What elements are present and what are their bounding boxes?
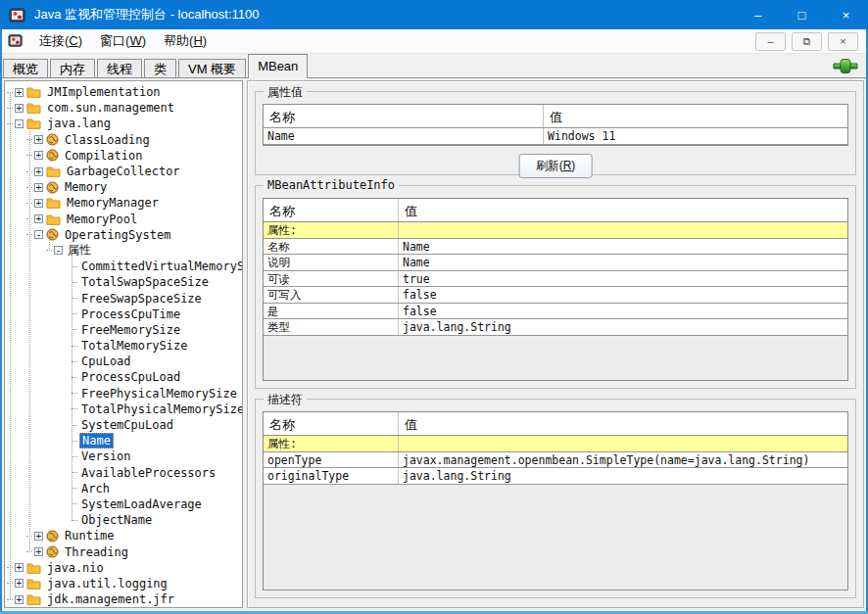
tree-expander-collapsed[interactable]: + (34, 532, 43, 541)
tree-expander-collapsed[interactable]: + (15, 88, 24, 97)
tree-connector (72, 313, 77, 314)
tree-item[interactable]: +Threading (5, 543, 242, 559)
tree-connector (72, 329, 77, 330)
column-header-value[interactable]: 值 (399, 199, 847, 221)
tree-item[interactable]: +MemoryPool (5, 212, 242, 227)
table-header-row: 名称值 (264, 105, 847, 128)
tree-expander-expanded[interactable]: - (34, 230, 43, 239)
tree-expander-collapsed[interactable]: + (34, 547, 43, 556)
descriptor-group: 描述符 名称值属性:openTypejavax.management.openm… (255, 399, 856, 598)
table-row[interactable]: 是false (264, 304, 847, 320)
tree-item[interactable]: -OperatingSystem (5, 227, 242, 243)
maximize-button[interactable]: □ (780, 0, 824, 29)
minimize-button[interactable]: – (736, 0, 780, 29)
folder-icon (46, 165, 61, 177)
tab-内存[interactable]: 内存 (50, 59, 95, 78)
frame-minimize-button[interactable]: – (755, 32, 786, 51)
tree-item[interactable]: CpuLoad (5, 354, 242, 369)
tree-item-label: com.sun.management (45, 101, 176, 115)
tree-expander-collapsed[interactable]: + (15, 563, 24, 572)
column-header-value[interactable]: 值 (399, 412, 847, 435)
tree-expander-collapsed[interactable]: + (15, 595, 24, 604)
tree-expander-collapsed[interactable]: + (15, 579, 24, 588)
close-button[interactable]: × (824, 0, 868, 29)
group-title-mbean-attribute-info: MBeanAttributeInfo (264, 178, 399, 192)
tree-expander-collapsed[interactable]: + (34, 214, 43, 223)
tree-item[interactable]: +com.sun.management (5, 100, 242, 116)
tree-item[interactable]: FreeSwapSpaceSize (5, 290, 242, 306)
table-row[interactable]: 属性: (264, 222, 847, 239)
tree-connector (26, 187, 32, 188)
tree-expander-collapsed[interactable]: + (15, 104, 24, 113)
tab-mbean[interactable]: MBean (248, 54, 308, 78)
tree-item[interactable]: +java.util.logging (5, 576, 242, 591)
table-row[interactable]: NameWindows 11 (264, 128, 847, 145)
table-row[interactable]: openTypejavax.management.openmbean.Simpl… (264, 452, 847, 469)
frame-close-button[interactable]: × (828, 32, 858, 51)
tree-expander-collapsed[interactable]: + (34, 167, 43, 176)
menu-item-connection[interactable]: 连接(C) (30, 30, 91, 52)
column-header-value[interactable]: 值 (544, 105, 847, 127)
tree-item[interactable]: +MemoryManager (5, 195, 242, 211)
tree-expander-collapsed[interactable]: + (34, 135, 43, 144)
tree-connector (26, 203, 32, 204)
tree-item[interactable]: +java.nio (5, 560, 242, 576)
tree-item[interactable]: +ClassLoading (5, 132, 242, 148)
tree-item[interactable]: SystemCpuLoad (5, 417, 242, 433)
tab-概览[interactable]: 概览 (3, 59, 48, 78)
tree-item[interactable]: ObjectName (5, 512, 242, 528)
tree-item[interactable]: +Memory (5, 179, 242, 195)
tree-item[interactable]: FreeMemorySize (5, 322, 242, 338)
tab-线程[interactable]: 线程 (97, 59, 142, 78)
tree-item[interactable]: -属性 (5, 243, 242, 259)
tree-expander-collapsed[interactable]: + (34, 183, 43, 192)
tree-item[interactable]: Version (5, 449, 242, 464)
table-row[interactable]: originalTypejava.lang.String (264, 468, 847, 485)
column-header-name[interactable]: 名称 (264, 105, 544, 127)
folder-icon (26, 118, 41, 129)
tree-item[interactable]: CommittedVirtualMemorySize (5, 259, 242, 274)
column-header-name[interactable]: 名称 (264, 199, 399, 221)
tree-item[interactable]: +Runtime (5, 528, 242, 543)
tree-item[interactable]: TotalMemorySize (5, 338, 242, 354)
tree-item[interactable]: AvailableProcessors (5, 465, 242, 481)
title-bar[interactable]: Java 监视和管理控制台 - localhost:1100 –□× (0, 0, 868, 29)
tree-connector (7, 92, 13, 93)
menu-item-help[interactable]: 帮助(H) (155, 30, 216, 52)
tree-item[interactable]: ProcessCpuLoad (5, 369, 242, 385)
column-header-name[interactable]: 名称 (264, 412, 399, 435)
tree-item[interactable]: FreePhysicalMemorySize (5, 386, 242, 401)
cell-name: 可读 (264, 271, 399, 287)
tree-item-label: Version (79, 449, 133, 463)
frame-restore-button[interactable]: ⧉ (792, 32, 822, 51)
tree-item[interactable]: SystemLoadAverage (5, 496, 242, 512)
table-row[interactable]: 说明Name (264, 255, 847, 271)
tab-vm-概要[interactable]: VM 概要 (178, 59, 246, 78)
tree-expander-collapsed[interactable]: + (34, 151, 43, 160)
tree-item[interactable]: Name (5, 433, 242, 449)
table-row[interactable]: 类型java.lang.String (264, 319, 847, 336)
tree-item[interactable]: +jdk.management.jfr (5, 591, 242, 607)
tree-connector (26, 551, 32, 552)
tree-expander-expanded[interactable]: - (54, 246, 63, 255)
tree-item[interactable]: -java.lang (5, 116, 242, 131)
menu-item-window[interactable]: 窗口(W) (91, 30, 155, 52)
tree-expander-collapsed[interactable]: + (34, 199, 43, 208)
tree-item[interactable]: TotalPhysicalMemorySize (5, 401, 242, 417)
tab-类[interactable]: 类 (144, 59, 176, 78)
refresh-button[interactable]: 刷新(R) (519, 154, 593, 178)
table-row[interactable]: 可写入false (264, 287, 847, 304)
tree-expander-expanded[interactable]: - (15, 119, 24, 128)
tree-item-label: FreeSwapSpaceSize (79, 292, 204, 306)
table-row[interactable]: 属性: (264, 436, 847, 452)
tree-item[interactable]: +JMImplementation (5, 84, 242, 100)
tree-item-label: jdk.management.jfr (45, 592, 176, 606)
table-row[interactable]: 名称Name (264, 239, 847, 256)
tree-item[interactable]: +Compilation (5, 148, 242, 164)
tree-item[interactable]: ProcessCpuTime (5, 307, 242, 322)
tree-item[interactable]: TotalSwapSpaceSize (5, 274, 242, 290)
tree-item[interactable]: +GarbageCollector (5, 164, 242, 179)
table-row[interactable]: 可读true (264, 271, 847, 288)
tree-item[interactable]: Arch (5, 481, 242, 496)
mbean-tree[interactable]: +JMImplementation+com.sun.management-jav… (4, 80, 243, 608)
